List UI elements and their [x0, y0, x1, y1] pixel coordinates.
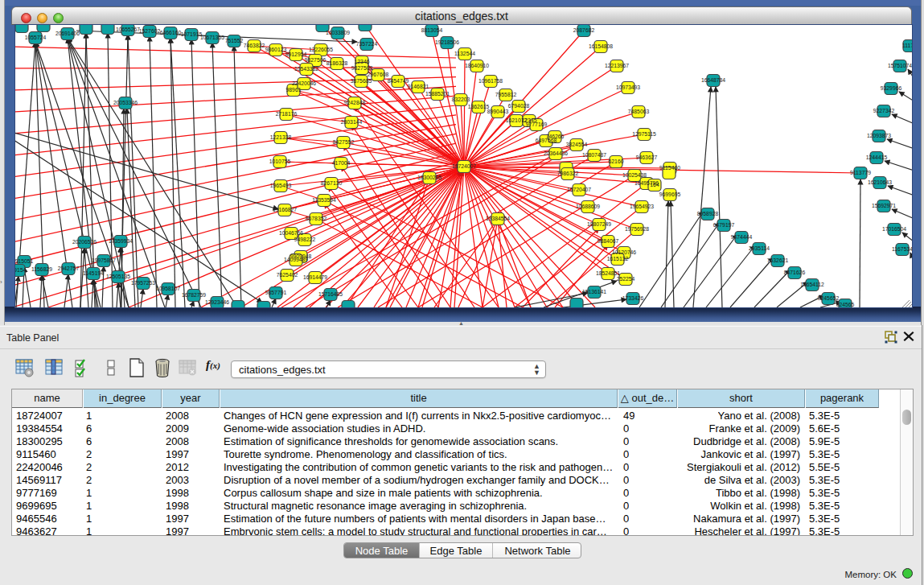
- svg-text:1244415: 1244415: [866, 154, 888, 160]
- svg-text:19166827: 19166827: [273, 207, 297, 212]
- svg-text:2718176: 2718176: [276, 111, 298, 117]
- svg-text:8958928: 8958928: [697, 211, 719, 216]
- svg-text:252254: 252254: [617, 276, 635, 282]
- svg-text:8912954: 8912954: [285, 51, 307, 57]
- svg-text:9827508: 9827508: [351, 65, 373, 71]
- svg-text:1071915: 1071915: [181, 31, 203, 37]
- svg-text:20364436: 20364436: [544, 150, 568, 156]
- svg-text:1965493: 1965493: [270, 183, 292, 188]
- svg-text:1055724: 1055724: [25, 35, 47, 40]
- svg-text:16210643: 16210643: [868, 179, 892, 185]
- svg-text:39154: 39154: [15, 267, 27, 273]
- svg-text:18807249: 18807249: [587, 221, 611, 227]
- svg-text:11353594: 11353594: [312, 197, 336, 203]
- svg-text:19218506: 19218506: [435, 39, 459, 45]
- svg-text:17016504: 17016504: [882, 226, 906, 232]
- svg-text:9113779: 9113779: [850, 170, 871, 175]
- svg-text:10807487: 10807487: [582, 152, 606, 158]
- svg-text:6794028: 6794028: [508, 103, 530, 109]
- svg-text:19384554: 19384554: [486, 216, 510, 221]
- svg-text:924565: 924565: [836, 302, 855, 307]
- svg-text:8454749: 8454749: [388, 78, 409, 84]
- svg-text:7625402: 7625402: [277, 272, 298, 278]
- svg-text:1145194: 1145194: [83, 270, 104, 276]
- svg-text:7357224: 7357224: [356, 41, 378, 47]
- svg-text:9827506: 9827506: [305, 57, 326, 63]
- svg-text:2967608: 2967608: [368, 72, 389, 77]
- svg-text:832203: 832203: [452, 97, 470, 102]
- svg-text:10688609: 10688609: [576, 204, 600, 209]
- svg-text:10543382: 10543382: [294, 66, 318, 72]
- svg-text:7485063: 7485063: [628, 109, 650, 114]
- svg-text:1527602: 1527602: [139, 28, 161, 34]
- svg-text:10973493: 10973493: [616, 84, 640, 90]
- svg-text:15885201: 15885201: [425, 91, 450, 97]
- svg-text:9463627: 9463627: [636, 154, 658, 160]
- svg-text:7955812: 7955812: [495, 92, 517, 97]
- svg-text:16648784: 16648784: [701, 77, 725, 83]
- svg-text:12213967: 12213967: [605, 63, 629, 68]
- svg-text:417004: 417004: [332, 160, 351, 166]
- svg-text:12505135: 12505135: [106, 274, 130, 279]
- svg-text:9860123: 9860123: [265, 47, 287, 52]
- svg-text:1167534: 1167534: [892, 246, 912, 252]
- svg-text:9498222: 9498222: [294, 237, 316, 242]
- svg-text:20691406: 20691406: [55, 31, 80, 36]
- svg-text:8471626: 8471626: [784, 270, 806, 275]
- svg-text:6479197: 6479197: [713, 222, 735, 228]
- svg-text:98961: 98961: [286, 87, 302, 93]
- svg-text:18724007: 18724007: [452, 163, 476, 169]
- svg-text:1156829: 1156829: [31, 266, 52, 272]
- svg-text:19975867: 19975867: [92, 257, 116, 263]
- svg-text:19654923: 19654923: [630, 204, 654, 209]
- svg-text:12923446: 12923446: [205, 299, 229, 305]
- svg-text:19756928: 19756928: [625, 226, 649, 232]
- svg-text:9777169: 9777169: [526, 122, 548, 127]
- svg-text:9857791: 9857791: [265, 290, 287, 295]
- svg-text:8813054: 8813054: [421, 27, 443, 33]
- svg-text:16782759: 16782759: [182, 292, 206, 298]
- svg-text:20206576: 20206576: [72, 239, 97, 245]
- svg-text:15692971: 15692971: [872, 203, 896, 208]
- svg-text:1221338: 1221338: [270, 134, 292, 140]
- svg-text:17957253: 17957253: [131, 280, 155, 286]
- svg-text:9115460: 9115460: [659, 165, 680, 171]
- svg-text:16914479: 16914479: [303, 274, 327, 280]
- svg-text:15720407: 15720407: [567, 187, 591, 192]
- svg-text:9245652: 9245652: [818, 295, 840, 301]
- svg-text:1132544: 1132544: [454, 51, 475, 56]
- svg-text:9227342: 9227342: [873, 108, 895, 113]
- svg-text:12975115: 12975115: [632, 131, 656, 137]
- svg-text:10958107: 10958107: [156, 286, 180, 291]
- svg-text:8267130: 8267130: [321, 180, 343, 186]
- svg-text:9474444: 9474444: [731, 234, 753, 240]
- svg-text:3875685: 3875685: [351, 78, 372, 84]
- svg-text:9329966: 9329966: [881, 85, 902, 91]
- svg-text:7463822: 7463822: [244, 43, 265, 48]
- svg-text:14099489: 14099489: [284, 257, 308, 262]
- svg-text:15136141: 15136141: [582, 289, 606, 295]
- svg-text:9146821: 9146821: [408, 84, 429, 89]
- svg-text:10654112: 10654112: [800, 282, 824, 287]
- svg-text:915051: 915051: [15, 258, 34, 264]
- svg-text:6466160: 6466160: [160, 30, 182, 35]
- svg-text:7986322: 7986322: [557, 171, 579, 176]
- svg-text:1615132: 1615132: [607, 256, 629, 262]
- svg-text:1733426: 1733426: [622, 295, 644, 301]
- svg-text:11172: 11172: [902, 43, 912, 48]
- svg-text:1362615: 1362615: [468, 104, 490, 109]
- svg-text:2087682: 2087682: [573, 27, 595, 33]
- svg-text:22420046: 22420046: [292, 80, 316, 86]
- svg-text:20053346: 20053346: [113, 100, 138, 105]
- svg-text:10046766: 10046766: [279, 230, 303, 236]
- svg-text:7632621: 7632621: [767, 257, 789, 263]
- svg-text:15751074: 15751074: [888, 63, 912, 68]
- svg-text:9699695: 9699695: [659, 192, 681, 197]
- svg-text:62160: 62160: [609, 159, 624, 164]
- svg-text:8427552: 8427552: [333, 139, 355, 145]
- svg-text:10655267: 10655267: [116, 27, 140, 32]
- svg-text:1010755: 1010755: [269, 159, 291, 164]
- svg-text:3824554: 3824554: [566, 142, 588, 147]
- svg-text:10671355: 10671355: [200, 35, 224, 40]
- svg-text:12226055: 12226055: [309, 47, 333, 52]
